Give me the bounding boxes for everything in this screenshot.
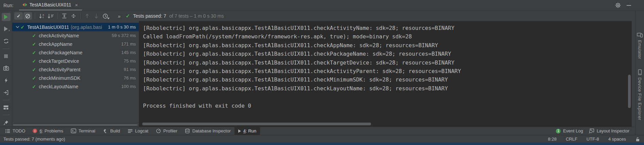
tree-row-test[interactable]: ✓ checkActivityParent 91 ms: [12, 65, 139, 74]
sort-by-duration-button[interactable]: [46, 12, 55, 20]
tool-stripe-emulator[interactable]: Emulator: [637, 32, 643, 59]
tab-label: Build: [110, 128, 120, 133]
run-configuration-tab[interactable]: TestA1BasicUIX011 ×: [19, 0, 82, 11]
tree-row-test[interactable]: ✓ checkMinimumSDK 76 ms: [12, 74, 139, 82]
emulator-icon: [637, 32, 643, 38]
rerun-tests-button[interactable]: [2, 13, 11, 21]
tests-passed-count: Tests passed: 7: [133, 13, 166, 19]
run-console-output: [Robolectric] org.aplas.basicappx.TestA1…: [139, 21, 632, 127]
tab-label: TODO: [13, 128, 25, 133]
collapse-all-icon: [71, 13, 76, 19]
tab-label: Logcat: [135, 128, 148, 133]
tab-label: Database Inspector: [192, 128, 231, 133]
tree-horizontal-scrollbar[interactable]: [13, 124, 138, 126]
unlocked-padlock-icon[interactable]: [635, 137, 640, 142]
tool-stripe-device-file-explorer[interactable]: Device File Explorer: [637, 69, 642, 120]
play-gray-icon: [4, 26, 8, 31]
encoding-indicator[interactable]: UTF-8: [586, 137, 599, 142]
tree-row-test[interactable]: ✓ checkActivityName 59 s 372 ms: [12, 31, 139, 40]
header-actions: [615, 0, 631, 11]
lightning-button[interactable]: [2, 76, 11, 85]
stop-button[interactable]: [2, 52, 11, 60]
console-horizontal-scrollbar[interactable]: [142, 123, 371, 125]
expand-all-button[interactable]: [60, 12, 68, 20]
chevron-down-icon[interactable]: [15, 26, 20, 28]
camera-button[interactable]: [2, 64, 11, 72]
divider: [80, 13, 81, 19]
check-icon: ✓: [17, 13, 21, 19]
dashboard-grid-icon: [3, 105, 9, 110]
console-line: [Robolectric] org.aplas.basicappx.TestA1…: [143, 58, 632, 67]
event-log-badge: 1: [556, 129, 561, 133]
database-icon: [185, 128, 190, 133]
toggle-auto-test-button[interactable]: [2, 37, 11, 45]
play-icon: [238, 129, 241, 133]
tests-passed-check-icon: ✓: [126, 13, 130, 19]
tool-window-profiler[interactable]: Profiler: [152, 127, 181, 135]
grid-button[interactable]: [2, 104, 11, 112]
test-duration: 76 ms: [121, 75, 136, 80]
show-passed-button[interactable]: ✓: [14, 12, 23, 20]
test-duration: 75 ms: [121, 58, 136, 64]
tree-row-test[interactable]: ✓ checkPackageName 145 ms: [12, 48, 139, 57]
import-arrow-button[interactable]: [2, 88, 11, 96]
tool-window-problems[interactable]: ! 6: Problems: [29, 127, 67, 135]
tool-window-terminal[interactable]: Terminal: [67, 127, 99, 135]
passed-check-icon: ✓: [31, 75, 37, 81]
pin-button[interactable]: [2, 119, 11, 127]
console-vertical-scrollbar[interactable]: [628, 75, 631, 108]
problems-error-icon: !: [33, 129, 37, 133]
lightning-bolt-icon: [3, 78, 9, 83]
tool-window-run[interactable]: 4: Run: [235, 127, 260, 135]
indent-indicator[interactable]: 4 spaces: [608, 137, 626, 142]
tests-passed-detail: of 7 tests – 1 m 0 s 30 ms: [169, 13, 224, 19]
minimize-icon[interactable]: [627, 5, 631, 6]
test-runner-toolbar: ✓ az: [12, 11, 644, 21]
more-actions-chevron[interactable]: »: [118, 13, 120, 19]
arrow-down-icon: [94, 14, 99, 19]
circular-arrows-icon: [3, 38, 9, 44]
tool-window-build[interactable]: Build: [99, 127, 124, 135]
console-line: [Robolectric] org.aplas.basicappx.TestA1…: [143, 50, 632, 58]
tool-window-logcat[interactable]: Logcat: [124, 127, 152, 135]
console-blank-line: [143, 93, 632, 101]
right-tool-stripe: Emulator Device File Explorer: [635, 11, 644, 135]
tree-row-root[interactable]: ✓ TestA1BasicUIX011(org.aplas.basi 1 m 0…: [12, 23, 139, 31]
show-ignored-button[interactable]: [23, 12, 32, 20]
tool-window-database-inspector[interactable]: Database Inspector: [181, 127, 235, 135]
runner-content: ✓ TestA1BasicUIX011(org.aplas.basi 1 m 0…: [12, 21, 644, 127]
layout-inspector-button[interactable]: Layout Inspector: [587, 128, 631, 133]
circle-slash-icon: [25, 14, 30, 19]
bottom-accent-strip: [0, 143, 644, 145]
divider: [2, 49, 10, 49]
rerun-failed-tests-button[interactable]: ×: [2, 25, 11, 33]
gear-icon[interactable]: [615, 2, 621, 8]
tool-window-todo[interactable]: TODO: [1, 127, 29, 135]
line-ending-indicator[interactable]: CRLF: [566, 137, 577, 142]
next-occurrence-button[interactable]: [92, 12, 100, 20]
close-icon[interactable]: ×: [74, 2, 78, 7]
previous-occurrence-button[interactable]: [83, 12, 91, 20]
collapse-all-button[interactable]: [69, 12, 78, 20]
pin-icon: [3, 120, 9, 126]
caret-position[interactable]: 8:28: [548, 137, 557, 142]
tree-row-test[interactable]: ✓ checkLayoutName 100 ms: [12, 82, 139, 91]
event-log-button[interactable]: 1 Event Log: [554, 128, 584, 133]
sort-alphabetically-button[interactable]: az: [37, 12, 46, 20]
console-line: [Robolectric] org.aplas.basicappx.TestA1…: [143, 24, 632, 32]
console-line: [Robolectric] org.aplas.basicappx.TestA1…: [143, 41, 632, 50]
status-bar: Tests passed: 7 (moments ago) 8:28 CRLF …: [0, 135, 644, 143]
logcat-lines-icon: [128, 129, 133, 133]
tool-window-bar-right: 1 Event Log Layout Inspector: [554, 127, 635, 135]
tree-row-test[interactable]: ✓ checkTargetDevice 75 ms: [12, 57, 139, 65]
console-line: [Robolectric] org.aplas.basicappx.TestA1…: [143, 75, 632, 84]
phone-icon: [638, 69, 642, 75]
play-icon: [4, 15, 8, 19]
status-message: Tests passed: 7 (moments ago): [3, 137, 65, 142]
test-name: checkPackageName: [39, 50, 118, 55]
console-line: Called loadFromPath(/system/framework/fr…: [143, 32, 632, 41]
tree-row-test[interactable]: ✓ checkAppName 171 ms: [12, 40, 139, 48]
small-x-icon: ×: [8, 29, 10, 32]
run-label: Run:: [0, 3, 19, 8]
test-history-button[interactable]: [101, 12, 110, 20]
